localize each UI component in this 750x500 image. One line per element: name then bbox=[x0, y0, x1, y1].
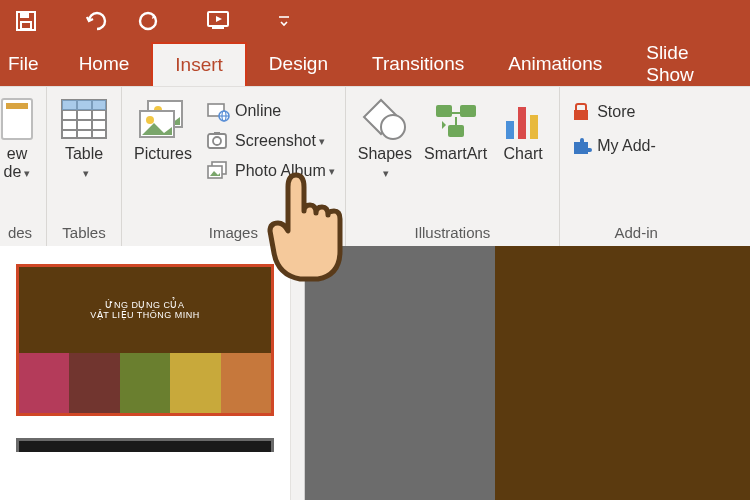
svg-rect-26 bbox=[214, 132, 220, 135]
thumbnail-stripes bbox=[19, 353, 271, 413]
svg-rect-32 bbox=[460, 105, 476, 117]
tab-file[interactable]: File bbox=[0, 42, 57, 86]
tab-animations[interactable]: Animations bbox=[486, 42, 624, 86]
smartart-button[interactable]: SmartArt bbox=[418, 93, 493, 167]
online-pictures-icon bbox=[206, 100, 230, 122]
table-button[interactable]: Table▾ bbox=[53, 93, 115, 186]
svg-point-19 bbox=[146, 116, 154, 124]
slide-thumbnails-pane: ỨNG DỤNG CỦA VẬT LIỆU THÔNG MINH ▲ bbox=[0, 246, 305, 500]
undo-icon[interactable] bbox=[80, 3, 116, 39]
addins-icon bbox=[570, 136, 592, 156]
svg-rect-15 bbox=[62, 100, 106, 110]
svg-rect-34 bbox=[506, 121, 514, 139]
pictures-button[interactable]: Pictures bbox=[128, 93, 198, 167]
svg-rect-36 bbox=[530, 115, 538, 139]
slide-canvas[interactable] bbox=[495, 246, 750, 500]
group-slides: ew de▾ des bbox=[0, 87, 47, 246]
shapes-label: Shapes bbox=[358, 145, 412, 162]
slide-editor bbox=[305, 246, 750, 500]
stripe-5 bbox=[221, 353, 271, 413]
redo-icon[interactable] bbox=[130, 3, 166, 39]
store-icon bbox=[570, 102, 592, 122]
svg-rect-2 bbox=[21, 22, 31, 29]
qat-more-icon[interactable] bbox=[274, 3, 294, 39]
group-illustrations-label: Illustrations bbox=[414, 218, 490, 246]
svg-rect-35 bbox=[518, 107, 526, 139]
pictures-label: Pictures bbox=[134, 145, 192, 163]
group-addins-label: Add-in bbox=[614, 218, 659, 246]
tab-transitions[interactable]: Transitions bbox=[350, 42, 486, 86]
svg-point-30 bbox=[381, 115, 405, 139]
photo-album-label: Photo Album bbox=[235, 162, 326, 180]
shapes-button[interactable]: Shapes▾ bbox=[352, 93, 418, 186]
group-images-label: Images bbox=[209, 218, 258, 246]
stripe-4 bbox=[170, 353, 220, 413]
new-slide-button[interactable]: ew de▾ bbox=[0, 93, 40, 186]
group-images: Pictures Online Screenshot▾ Photo Album▾ bbox=[122, 87, 346, 246]
quick-access-toolbar bbox=[0, 0, 750, 42]
svg-rect-31 bbox=[436, 105, 452, 117]
svg-rect-1 bbox=[20, 12, 29, 18]
thumbnail-title-area: ỨNG DỤNG CỦA VẬT LIỆU THÔNG MINH bbox=[19, 267, 271, 353]
my-addins-button[interactable]: My Add- bbox=[566, 133, 660, 159]
screenshot-button[interactable]: Screenshot▾ bbox=[202, 127, 339, 155]
photo-album-icon bbox=[206, 160, 230, 182]
chart-label: Chart bbox=[504, 145, 543, 163]
thumbnail-title-line2: VẬT LIỆU THÔNG MINH bbox=[90, 310, 200, 320]
store-button[interactable]: Store bbox=[566, 99, 660, 125]
slide-thumbnail-2[interactable] bbox=[16, 438, 274, 452]
group-tables: Table▾ Tables bbox=[47, 87, 122, 246]
screenshot-icon bbox=[206, 130, 230, 152]
svg-rect-33 bbox=[448, 125, 464, 137]
group-tables-label: Tables bbox=[62, 218, 105, 246]
my-addins-label: My Add- bbox=[597, 137, 656, 155]
stripe-3 bbox=[120, 353, 170, 413]
tab-design[interactable]: Design bbox=[247, 42, 350, 86]
workspace: ỨNG DỤNG CỦA VẬT LIỆU THÔNG MINH ▲ bbox=[0, 246, 750, 500]
stripe-2 bbox=[69, 353, 119, 413]
ribbon: ew de▾ des Table▾ Tables Pictures bbox=[0, 86, 750, 246]
table-label: Table bbox=[65, 145, 103, 162]
group-addins: Store My Add- Add-in bbox=[560, 87, 666, 246]
svg-rect-8 bbox=[6, 103, 28, 109]
thumbnails-scrollbar[interactable]: ▲ bbox=[290, 246, 304, 500]
ribbon-tabs: File Home Insert Design Transitions Anim… bbox=[0, 42, 750, 86]
store-label: Store bbox=[597, 103, 635, 121]
save-icon[interactable] bbox=[8, 3, 44, 39]
present-from-start-icon[interactable] bbox=[202, 3, 238, 39]
slide-thumbnail-1[interactable]: ỨNG DỤNG CỦA VẬT LIỆU THÔNG MINH bbox=[16, 264, 274, 416]
online-pictures-button[interactable]: Online bbox=[202, 97, 339, 125]
tab-insert[interactable]: Insert bbox=[151, 42, 247, 86]
tab-home[interactable]: Home bbox=[57, 42, 152, 86]
stripe-1 bbox=[19, 353, 69, 413]
thumbnail-title-line1: ỨNG DỤNG CỦA bbox=[105, 300, 184, 310]
group-slides-label: des bbox=[8, 218, 32, 246]
group-illustrations: Shapes▾ SmartArt Chart Illustrations bbox=[346, 87, 560, 246]
photo-album-button[interactable]: Photo Album▾ bbox=[202, 157, 339, 185]
tab-slideshow[interactable]: Slide Show bbox=[624, 42, 750, 86]
screenshot-label: Screenshot bbox=[235, 132, 316, 150]
chart-button[interactable]: Chart bbox=[493, 93, 553, 167]
smartart-label: SmartArt bbox=[424, 145, 487, 163]
online-pictures-label: Online bbox=[235, 102, 281, 120]
scroll-up-icon[interactable]: ▲ bbox=[291, 246, 304, 268]
